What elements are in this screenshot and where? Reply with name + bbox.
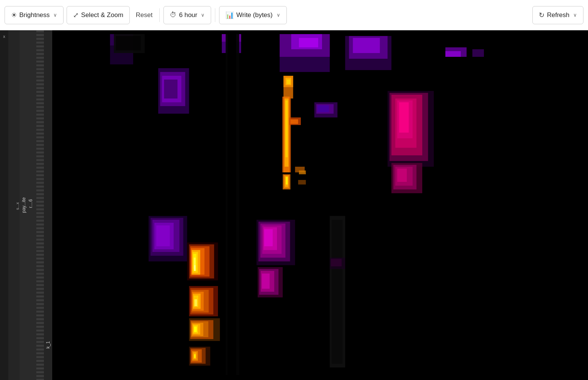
select-zoom-icon: ⤢: [73, 11, 79, 19]
metric-icon: 📊: [226, 11, 234, 19]
svg-rect-11: [353, 38, 380, 53]
svg-rect-62: [194, 265, 196, 271]
svg-rect-22: [164, 80, 177, 99]
sidebar-stripes: [36, 30, 44, 380]
time-range-button[interactable]: ⏱ 6 hour ∨: [163, 6, 211, 24]
svg-rect-8: [299, 38, 318, 47]
metric-label: Write (bytes): [236, 11, 272, 19]
select-zoom-button[interactable]: ⤢ Select & Zoom: [67, 6, 130, 24]
svg-rect-92: [262, 274, 269, 289]
svg-rect-13: [445, 51, 461, 57]
select-zoom-label: Select & Zoom: [81, 11, 123, 19]
label-r: r....6: [28, 30, 36, 380]
svg-rect-88: [264, 229, 272, 246]
svg-rect-98: [228, 34, 236, 375]
svg-rect-45: [286, 177, 288, 185]
svg-rect-82: [194, 354, 196, 358]
toolbar: ☀ Brightness ∨ ⤢ Select & Zoom Reset ⏱ 6…: [0, 0, 588, 30]
svg-rect-37: [399, 102, 409, 133]
divider-2: [215, 8, 215, 22]
svg-rect-0: [52, 30, 588, 380]
svg-rect-76: [194, 327, 197, 332]
svg-rect-28: [291, 119, 298, 124]
label-pay: pay...ite: [20, 30, 28, 380]
brightness-chevron-icon: ∨: [53, 12, 57, 18]
reset-label: Reset: [136, 11, 152, 19]
reset-button[interactable]: Reset: [133, 6, 156, 24]
svg-rect-69: [194, 299, 197, 306]
metric-chevron-icon: ∨: [277, 12, 280, 18]
time-icon: ⏱: [170, 11, 177, 19]
svg-rect-96: [331, 259, 342, 266]
heatmap-visualization: [52, 30, 588, 380]
svg-rect-48: [298, 180, 306, 185]
svg-rect-53: [156, 225, 170, 246]
svg-rect-31: [317, 105, 329, 112]
heatmap-svg: [52, 30, 588, 380]
sidebar-labels: x s...x pay...ite r....6 k_1: [0, 30, 52, 380]
refresh-button[interactable]: ↻ Refresh ∨: [532, 6, 583, 24]
svg-rect-14: [472, 49, 484, 57]
svg-rect-18: [286, 80, 290, 84]
refresh-label: Refresh: [547, 11, 569, 19]
label-k: k_1: [44, 30, 52, 380]
label-s: s...x: [8, 30, 20, 380]
refresh-chevron-icon: ∨: [573, 12, 577, 18]
svg-rect-41: [397, 169, 407, 182]
time-label: 6 hour: [179, 11, 197, 19]
metric-button[interactable]: 📊 Write (bytes) ∨: [219, 6, 286, 24]
brightness-button[interactable]: ☀ Brightness ∨: [5, 6, 64, 24]
svg-rect-47: [299, 170, 306, 174]
svg-rect-26: [285, 100, 288, 157]
refresh-icon: ↻: [539, 11, 544, 19]
label-x: x: [0, 30, 8, 380]
brightness-label: Brightness: [19, 11, 50, 19]
svg-rect-94: [332, 220, 343, 364]
svg-rect-100: [116, 36, 141, 50]
main-content: x s...x pay...ite r....6 k_1: [0, 30, 588, 380]
divider-1: [159, 8, 160, 22]
brightness-icon: ☀: [11, 11, 17, 19]
time-chevron-icon: ∨: [201, 12, 205, 18]
